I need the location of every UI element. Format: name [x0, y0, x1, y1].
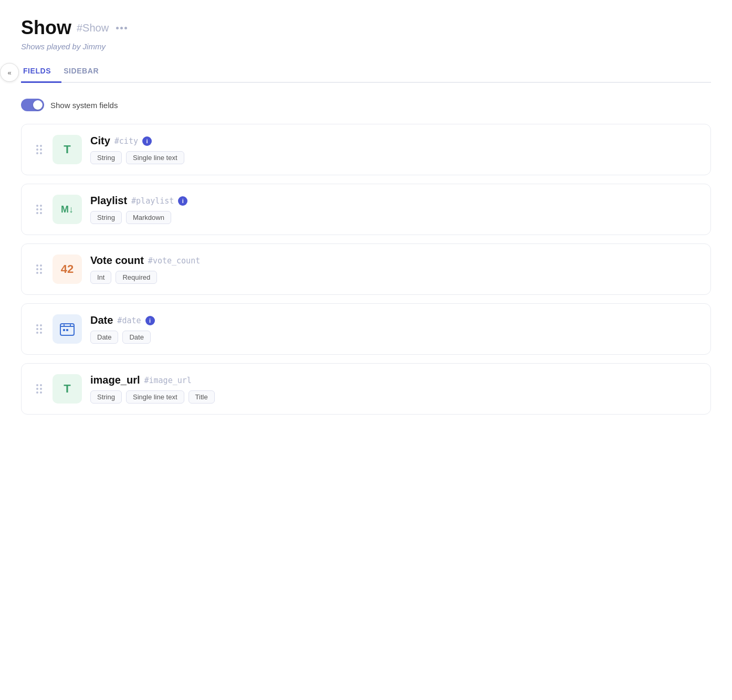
field-icon-playlist: M↓ [53, 195, 82, 224]
field-hash-image-url: #image_url [144, 376, 191, 385]
drag-handle-image-url[interactable] [34, 382, 44, 396]
field-card-city: T City #city i String Single line text [21, 124, 711, 175]
drag-handle-vote-count[interactable] [34, 262, 44, 276]
field-tags-image-url: String Single line text Title [90, 390, 698, 404]
field-icon-image-url: T [53, 374, 82, 404]
system-fields-toggle-row: Show system fields [21, 99, 711, 111]
fields-list: T City #city i String Single line text M… [21, 124, 711, 415]
page-subtitle: Shows played by Jimmy [21, 42, 711, 51]
svg-rect-4 [66, 329, 68, 331]
field-tags-city: String Single line text [90, 151, 698, 164]
field-card-date: Date #date i Date Date [21, 303, 711, 355]
field-name-date: Date [90, 314, 113, 326]
chevron-left-icon: « [7, 69, 11, 77]
field-hash-city: #city [114, 136, 138, 146]
field-name-playlist: Playlist [90, 195, 127, 207]
field-tags-date: Date Date [90, 331, 698, 344]
drag-handle-city[interactable] [34, 143, 44, 156]
more-options-button[interactable] [114, 25, 129, 31]
field-name-city: City [90, 135, 110, 147]
tag-string: String [90, 390, 122, 404]
info-icon-playlist[interactable]: i [178, 196, 187, 206]
field-hash-date: #date [117, 316, 141, 325]
field-info-city: City #city i String Single line text [90, 135, 698, 164]
svg-rect-3 [63, 329, 65, 331]
field-name-vote-count: Vote count [90, 254, 144, 267]
tab-bar: FIELDS SIDEBAR [21, 61, 711, 83]
tag-string: String [90, 151, 122, 164]
tab-fields[interactable]: FIELDS [21, 61, 61, 83]
field-card-image-url: T image_url #image_url String Single lin… [21, 363, 711, 415]
svg-rect-1 [64, 324, 65, 327]
field-card-playlist: M↓ Playlist #playlist i String Markdown [21, 184, 711, 235]
drag-handle-playlist[interactable] [34, 203, 44, 216]
tag-date-2: Date [122, 331, 150, 344]
tag-date: Date [90, 331, 118, 344]
field-icon-date [53, 314, 82, 344]
field-tags-playlist: String Markdown [90, 211, 698, 224]
field-card-vote-count: 42 Vote count #vote_count Int Required [21, 243, 711, 295]
field-hash-playlist: #playlist [131, 196, 174, 206]
tag-int: Int [90, 271, 111, 284]
field-info-vote-count: Vote count #vote_count Int Required [90, 254, 698, 284]
field-info-playlist: Playlist #playlist i String Markdown [90, 195, 698, 224]
field-icon-vote-count: 42 [53, 254, 82, 284]
field-icon-city: T [53, 135, 82, 164]
system-fields-label: Show system fields [50, 101, 118, 110]
info-icon-date[interactable]: i [145, 316, 155, 325]
info-icon-city[interactable]: i [142, 136, 152, 146]
svg-rect-2 [70, 324, 71, 327]
page-title: Show [21, 17, 71, 39]
tag-markdown: Markdown [126, 211, 171, 224]
tag-title: Title [189, 390, 215, 404]
tab-sidebar[interactable]: SIDEBAR [61, 61, 109, 83]
tag-required: Required [116, 271, 157, 284]
system-fields-toggle[interactable] [21, 99, 44, 111]
drag-handle-date[interactable] [34, 322, 44, 336]
field-info-image-url: image_url #image_url String Single line … [90, 374, 698, 404]
field-name-image-url: image_url [90, 374, 140, 386]
page-header: Show #Show Shows played by Jimmy [21, 17, 711, 51]
page-hash: #Show [77, 22, 109, 34]
field-tags-vote-count: Int Required [90, 271, 698, 284]
tag-single-line-text: Single line text [126, 151, 184, 164]
collapse-sidebar-button[interactable]: « [0, 63, 19, 82]
field-hash-vote-count: #vote_count [148, 256, 200, 266]
field-info-date: Date #date i Date Date [90, 314, 698, 344]
tag-string: String [90, 211, 122, 224]
tag-single-line-text: Single line text [126, 390, 184, 404]
